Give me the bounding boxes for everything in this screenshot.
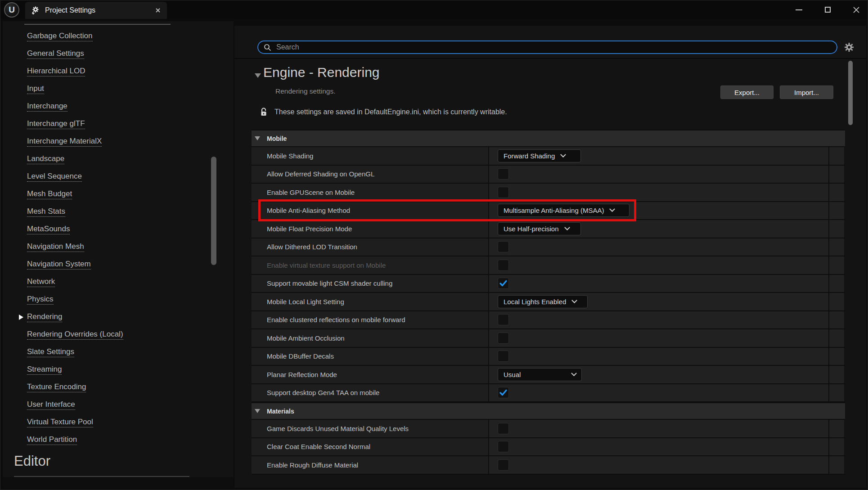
collapse-triangle-icon xyxy=(255,136,260,140)
sidebar-item-streaming[interactable]: Streaming xyxy=(3,361,234,378)
dropdown-mobile-local-light-setting[interactable]: Local Lights Enabled xyxy=(498,295,588,308)
sidebar-item-navigation-system[interactable]: Navigation System xyxy=(3,256,234,273)
setting-label: Enable GPUScene on Mobile xyxy=(267,189,355,196)
checkbox-support-movable-light-csm-shader-culling[interactable] xyxy=(498,278,509,289)
sidebar-item-label: Rendering Overrides (Local) xyxy=(27,330,123,340)
sidebar-item-navigation-mesh[interactable]: Navigation Mesh xyxy=(3,238,234,256)
setting-label: Allow Deferred Shading on OpenGL xyxy=(267,170,374,178)
sidebar-item-label: Mesh Budget xyxy=(27,189,72,199)
config-file-notice-text: These settings are saved in DefaultEngin… xyxy=(274,108,507,116)
section-header-mobile[interactable]: Mobile xyxy=(252,130,845,147)
setting-label-cell: Mobile Local Light Setting xyxy=(252,293,489,310)
setting-value-cell: Multisample Anti-Aliasing (MSAA) xyxy=(489,202,828,220)
close-button[interactable] xyxy=(851,5,861,15)
setting-row-support-movable-light-csm-shader-culling: Support movable light CSM shader culling xyxy=(252,275,845,293)
setting-label-cell: Enable virtual texture support on Mobile xyxy=(252,256,489,274)
title-bar: U xyxy=(0,0,868,19)
setting-extra-cell xyxy=(828,184,844,201)
sidebar-item-interchange-gltf[interactable]: Interchange glTF xyxy=(3,115,234,133)
setting-label: Clear Coat Enable Second Normal xyxy=(267,443,370,450)
dropdown-value: Multisample Anti-Aliasing (MSAA) xyxy=(504,207,604,214)
unreal-engine-logo-icon[interactable]: U xyxy=(4,2,19,18)
chevron-down-icon xyxy=(564,225,570,230)
checkbox-mobile-ambient-occlusion[interactable] xyxy=(498,333,509,344)
search-box[interactable] xyxy=(257,40,837,54)
checkbox-allow-deferred-shading-on-opengl[interactable] xyxy=(498,168,509,180)
sidebar-item-general-settings[interactable]: General Settings xyxy=(3,45,234,63)
dropdown-mobile-shading[interactable]: Forward Shading xyxy=(498,149,581,162)
section-header-materials[interactable]: Materials xyxy=(252,402,845,420)
sidebar-item-interchange-materialx[interactable]: Interchange MaterialX xyxy=(3,133,234,150)
sidebar-item-landscape[interactable]: Landscape xyxy=(3,150,234,168)
settings-category-sidebar: Garbage CollectionGeneral SettingsHierar… xyxy=(3,21,234,488)
checkbox-enable-rough-diffuse-material[interactable] xyxy=(498,459,509,471)
checkbox-mobile-dbuffer-decals[interactable] xyxy=(498,351,509,362)
checkbox-game-discards-unused-material-quality-levels[interactable] xyxy=(498,423,509,434)
tab-project-settings[interactable]: Project Settings xyxy=(25,2,167,19)
dropdown-planar-reflection-mode[interactable]: Usual xyxy=(498,368,582,381)
config-file-notice: These settings are saved in DefaultEngin… xyxy=(260,107,507,117)
setting-label: Support desktop Gen4 TAA on mobile xyxy=(267,389,379,396)
sidebar-item-texture-encoding[interactable]: Texture Encoding xyxy=(3,378,234,396)
export-button[interactable]: Export... xyxy=(720,85,774,99)
setting-row-mobile-ambient-occlusion: Mobile Ambient Occlusion xyxy=(252,329,845,348)
sidebar-item-interchange[interactable]: Interchange xyxy=(3,98,234,115)
sidebar-item-physics[interactable]: Physics xyxy=(3,291,234,308)
sidebar-item-garbage-collection[interactable]: Garbage Collection xyxy=(3,27,234,45)
setting-label-cell: Support movable light CSM shader culling xyxy=(252,275,489,292)
sidebar-item-virtual-texture-pool[interactable]: Virtual Texture Pool xyxy=(3,414,234,431)
checkbox-enable-gpuscene-on-mobile[interactable] xyxy=(498,187,509,198)
sidebar-item-user-interface[interactable]: User Interface xyxy=(3,396,234,414)
checkbox-allow-dithered-lod-transition[interactable] xyxy=(498,241,509,252)
selected-triangle-icon xyxy=(19,315,23,320)
setting-label-cell: Game Discards Unused Material Quality Le… xyxy=(252,420,489,437)
sidebar-item-hierarchical-lod[interactable]: Hierarchical LOD xyxy=(3,63,234,80)
sidebar-item-network[interactable]: Network xyxy=(3,273,234,291)
setting-extra-cell xyxy=(828,293,844,310)
tab-close-icon[interactable] xyxy=(154,7,162,14)
dropdown-mobile-anti-aliasing-method[interactable]: Multisample Anti-Aliasing (MSAA) xyxy=(498,204,630,217)
setting-extra-cell xyxy=(828,366,844,383)
dropdown-value: Local Lights Enabled xyxy=(504,298,566,306)
sidebar-item-metasounds[interactable]: MetaSounds xyxy=(3,220,234,238)
sidebar-scrollbar-thumb[interactable] xyxy=(211,157,216,265)
setting-row-mobile-dbuffer-decals: Mobile DBuffer Decals xyxy=(252,348,845,366)
setting-row-support-desktop-gen4-taa-on-mobile: Support desktop Gen4 TAA on mobile xyxy=(252,384,845,403)
checkbox-enable-clustered-reflections-on-mobile-forward[interactable] xyxy=(498,314,509,325)
section-title: Materials xyxy=(267,408,294,415)
setting-value-cell xyxy=(489,420,828,437)
collapse-triangle-icon[interactable] xyxy=(255,73,261,78)
maximize-button[interactable] xyxy=(823,5,832,15)
sidebar-item-level-sequence[interactable]: Level Sequence xyxy=(3,168,234,185)
sidebar-item-label: Navigation System xyxy=(27,260,91,270)
minimize-button[interactable] xyxy=(794,5,804,15)
setting-row-game-discards-unused-material-quality-levels: Game Discards Unused Material Quality Le… xyxy=(252,420,845,438)
page-title: Engine - Rendering xyxy=(263,65,380,80)
sidebar-bottom-edge xyxy=(3,477,234,488)
check-icon xyxy=(499,388,508,397)
sidebar-item-label: Physics xyxy=(27,295,54,305)
chevron-down-icon xyxy=(560,152,566,157)
sidebar-item-mesh-budget[interactable]: Mesh Budget xyxy=(3,185,234,203)
checkbox-enable-virtual-texture-support-on-mobile[interactable] xyxy=(498,260,509,271)
sidebar-item-rendering-overrides-local[interactable]: Rendering Overrides (Local) xyxy=(3,326,234,343)
section-title: Mobile xyxy=(267,135,287,142)
settings-gear-button[interactable] xyxy=(843,41,855,53)
checkbox-clear-coat-enable-second-normal[interactable] xyxy=(498,441,509,452)
sidebar-item-input[interactable]: Input xyxy=(3,80,234,98)
dropdown-mobile-float-precision-mode[interactable]: Use Half-precision xyxy=(498,222,581,235)
setting-value-cell xyxy=(489,184,828,201)
sidebar-item-rendering[interactable]: Rendering xyxy=(3,308,234,326)
search-input[interactable] xyxy=(275,43,831,52)
checkbox-support-desktop-gen4-taa-on-mobile[interactable] xyxy=(498,387,509,398)
setting-extra-cell xyxy=(828,420,844,437)
import-button[interactable]: Import... xyxy=(780,85,833,99)
sidebar-item-label: Garbage Collection xyxy=(27,31,93,41)
setting-value-cell xyxy=(489,348,828,365)
main-scrollbar-thumb[interactable] xyxy=(848,61,853,125)
sidebar-item-slate-settings[interactable]: Slate Settings xyxy=(3,343,234,361)
setting-label-cell: Enable Rough Diffuse Material xyxy=(252,456,489,474)
sidebar-item-world-partition[interactable]: World Partition xyxy=(3,431,234,449)
sidebar-item-mesh-stats[interactable]: Mesh Stats xyxy=(3,203,234,220)
setting-value-cell xyxy=(489,256,828,274)
